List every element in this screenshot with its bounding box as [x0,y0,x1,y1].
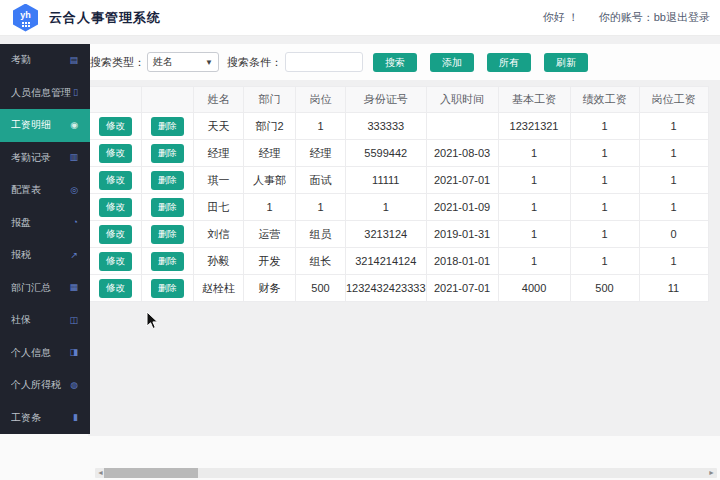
sidebar-item-label: 工资条 [11,411,73,425]
table-header-cell: 岗位工资 [639,87,708,113]
sidebar-item-config-table[interactable]: 配置表◎ [0,174,90,207]
table-cell: 1 [639,248,708,275]
delete-button[interactable]: 删除 [151,198,184,217]
sidebar-item-attendance-record[interactable]: 考勤记录▥ [0,142,90,175]
table-cell: 组长 [296,248,346,275]
sidebar-item-department-summary[interactable]: 部门汇总▦ [0,272,90,305]
delete-button[interactable]: 删除 [151,279,184,298]
delete-button[interactable]: 删除 [151,252,184,271]
table-cell: 4000 [498,275,570,302]
table-cell: 2018-01-01 [426,248,498,275]
modify-button[interactable]: 修改 [99,198,132,217]
refresh-button[interactable]: 刷新 [544,53,588,72]
modify-button[interactable]: 修改 [99,252,132,271]
table-cell: 田七 [194,194,244,221]
table-cell: 1 [639,194,708,221]
modify-button[interactable]: 修改 [99,225,132,244]
income-tax-icon: ◍ [70,381,78,390]
table-cell: 1 [570,140,639,167]
table-action-cell: 删除 [142,248,194,275]
table-row: 修改删除经理经理经理55994422021-08-03111 [90,140,709,167]
table-cell: 333333 [346,113,427,140]
sidebar-item-label: 考勤 [11,53,69,67]
delete-button[interactable]: 删除 [151,171,184,190]
personal-info-icon: ◨ [69,348,78,357]
delete-button[interactable]: 删除 [151,144,184,163]
table-cell: 1 [498,194,570,221]
sidebar-item-label: 部门汇总 [11,281,69,295]
table-cell: 赵栓柱 [194,275,244,302]
search-button[interactable]: 搜索 [373,53,417,72]
table-cell: 刘信 [194,221,244,248]
table-header-cell: 绩效工资 [570,87,639,113]
account-text: 你的账号：bb [599,10,666,25]
table-cell: 经理 [296,140,346,167]
table-header-cell: 基本工资 [498,87,570,113]
table-cell: 2021-01-09 [426,194,498,221]
table-header-row: 姓名部门岗位身份证号入职时间基本工资绩效工资岗位工资 [90,87,709,113]
logout-link[interactable]: 退出登录 [666,10,710,25]
sidebar-item-income-tax[interactable]: 个人所得税◍ [0,369,90,402]
sidebar-item-salary-detail[interactable]: 工资明细◉ [0,109,90,142]
table-row: 修改删除琪一人事部面试111112021-07-01111 [90,167,709,194]
report-disk-icon: ◔ [73,218,78,227]
table-cell: 1 [244,194,296,221]
scroll-right-arrow-icon[interactable]: ► [708,468,715,478]
table-header-action-cell [142,87,194,113]
search-type-select[interactable]: 姓名 ▼ [147,52,219,72]
delete-button[interactable]: 删除 [151,117,184,136]
table-cell: 1 [296,113,346,140]
table-action-cell: 修改 [90,248,142,275]
app-header: yh 云合人事管理系统 你好 ！ 你的账号：bb退出登录 [0,0,720,36]
salary-table: 姓名部门岗位身份证号入职时间基本工资绩效工资岗位工资修改删除天天部门213333… [89,86,709,302]
sidebar-item-label: 考勤记录 [11,151,69,165]
table-action-cell: 修改 [90,194,142,221]
table-cell: 1 [570,194,639,221]
table-cell: 经理 [244,140,296,167]
sidebar-item-label: 社保 [11,313,69,327]
sidebar-item-tax-filing[interactable]: 报税↗ [0,239,90,272]
scroll-left-arrow-icon[interactable]: ◄ [97,468,104,478]
table-header-cell: 姓名 [194,87,244,113]
add-button[interactable]: 添加 [430,53,474,72]
sidebar-item-label: 报税 [11,248,70,262]
table-action-cell: 修改 [90,221,142,248]
table-cell: 1 [296,194,346,221]
table-header-cell: 部门 [244,87,296,113]
horizontal-scrollbar[interactable]: ◄ ► [95,468,717,478]
sidebar-item-social-insurance[interactable]: 社保◫ [0,304,90,337]
delete-button[interactable]: 删除 [151,225,184,244]
table-cell: 2021-07-01 [426,167,498,194]
sidebar-item-personnel-info[interactable]: 人员信息管理▯ [0,77,90,110]
modify-button[interactable]: 修改 [99,117,132,136]
table-cell: 500 [570,275,639,302]
social-insurance-icon: ◫ [69,316,78,325]
header-user-area: 你好 ！ 你的账号：bb退出登录 [543,10,710,25]
tax-filing-icon: ↗ [70,251,78,260]
modify-button[interactable]: 修改 [99,144,132,163]
sidebar-item-label: 工资明细 [11,118,70,132]
table-cell: 2021-07-01 [426,275,498,302]
sidebar-item-label: 个人信息 [11,346,69,360]
toolbar-buttons: 搜索添加所有刷新 [373,53,588,72]
scrollbar-thumb[interactable] [104,468,198,478]
all-button[interactable]: 所有 [487,53,531,72]
table-cell: 1 [570,113,639,140]
search-type-selected-value: 姓名 [153,55,173,69]
table-cell: 组员 [296,221,346,248]
table-cell: 5599442 [346,140,427,167]
sidebar-item-attendance[interactable]: 考勤▤ [0,44,90,77]
table-cell: 500 [296,275,346,302]
table-cell: 2021-08-03 [426,140,498,167]
sidebar-item-personal-info[interactable]: 个人信息◨ [0,337,90,370]
app-logo-icon: yh [13,4,38,32]
table-cell: 经理 [194,140,244,167]
search-condition-input[interactable] [285,52,363,72]
modify-button[interactable]: 修改 [99,171,132,190]
table-cell: 部门2 [244,113,296,140]
table-header-action-cell [90,87,142,113]
sidebar-item-report-offer[interactable]: 报盘◔ [0,207,90,240]
modify-button[interactable]: 修改 [99,279,132,298]
table-row: 修改删除刘信运营组员32131242019-01-31110 [90,221,709,248]
sidebar-item-salary-slip[interactable]: 工资条▮ [0,402,90,435]
